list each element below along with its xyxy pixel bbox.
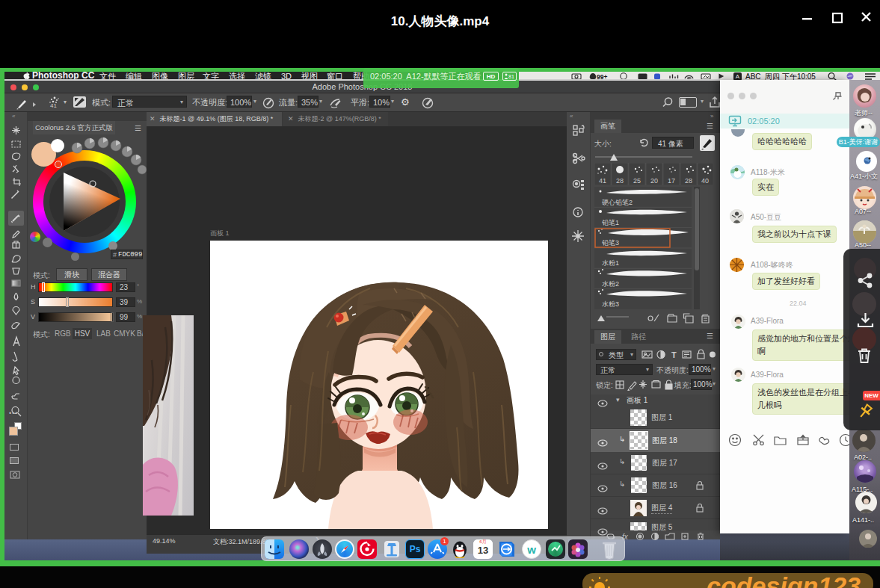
svg-text:17: 17: [668, 177, 675, 185]
svg-text:水粉3: 水粉3: [602, 300, 619, 308]
svg-text:T: T: [671, 350, 677, 359]
svg-text:28: 28: [685, 177, 692, 185]
svg-text:20: 20: [650, 177, 658, 185]
svg-text:25: 25: [633, 177, 641, 185]
svg-text:28: 28: [616, 177, 624, 185]
svg-text:41: 41: [599, 177, 606, 185]
svg-text:81: 81: [508, 74, 514, 79]
svg-text:硬心铅笔2: 硬心铅笔2: [602, 199, 633, 206]
svg-text:40: 40: [701, 177, 709, 185]
svg-text:水粉2: 水粉2: [602, 280, 619, 288]
svg-text:铅笔1: 铅笔1: [602, 219, 619, 226]
svg-text:水粉1: 水粉1: [602, 259, 619, 267]
svg-text:铅笔3: 铅笔3: [602, 239, 619, 247]
